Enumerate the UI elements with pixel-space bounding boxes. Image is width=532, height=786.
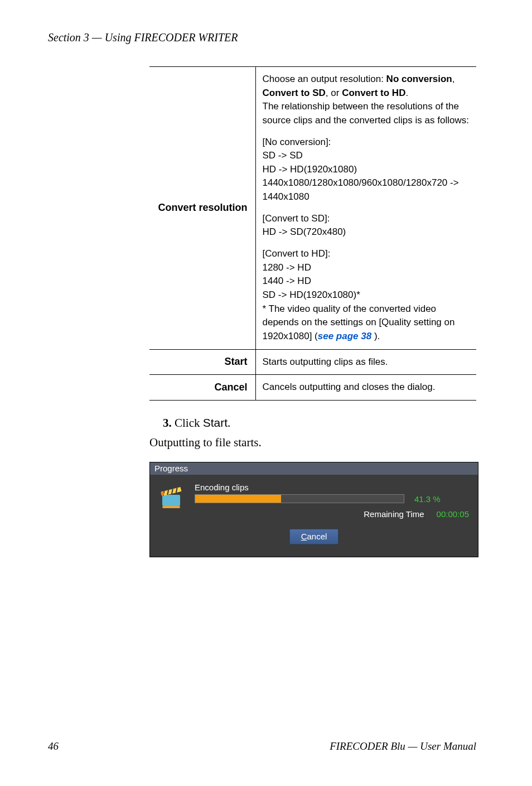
- progress-bar: [195, 494, 404, 503]
- cancel-button[interactable]: Cancel: [289, 529, 339, 544]
- progress-bar-fill: [195, 495, 281, 503]
- dialog-title: Progress: [150, 462, 478, 475]
- section-title: Section 3 — Using FIRECODER WRITER: [48, 31, 238, 44]
- row-desc-start: Starts outputting clips as files.: [255, 349, 476, 375]
- page-footer: 46 FIRECODER Blu — User Manual: [48, 740, 476, 753]
- remaining-time: 00:00:05: [437, 509, 469, 519]
- table-row: Convert resolution Choose an output reso…: [149, 67, 476, 350]
- row-desc-cancel: Cancels outputting and closes the dialog…: [255, 375, 476, 401]
- svg-rect-0: [162, 495, 180, 506]
- outputting-text: Outputting to file starts.: [149, 436, 476, 450]
- progress-percent: 41.3 %: [414, 494, 441, 504]
- table-row: Start Starts outputting clips as files.: [149, 349, 476, 375]
- settings-table: Convert resolution Choose an output reso…: [149, 66, 476, 401]
- page-link[interactable]: see page 38: [318, 331, 371, 341]
- remaining-label: Remaining Time: [364, 509, 424, 519]
- encoding-label: Encoding clips: [195, 483, 469, 492]
- page-header: Section 3 — Using FIRECODER WRITER: [0, 31, 532, 44]
- row-label-cancel: Cancel: [149, 375, 255, 401]
- progress-dialog: Progress Encoding clips: [149, 462, 478, 557]
- row-label-start: Start: [149, 349, 255, 375]
- page-number: 46: [48, 740, 59, 753]
- dialog-body: Encoding clips 41.3 % Remaining Time 00:…: [150, 475, 478, 523]
- row-desc-convert: Choose an output resolution: No conversi…: [255, 67, 476, 350]
- progress-main: Encoding clips 41.3 % Remaining Time 00:…: [195, 483, 469, 519]
- svg-rect-7: [162, 506, 180, 508]
- page-content: Convert resolution Choose an output reso…: [0, 44, 532, 557]
- row-label-convert: Convert resolution: [149, 67, 255, 350]
- footer-right: FIRECODER Blu — User Manual: [330, 740, 476, 753]
- step-3: 3. Click Start.: [163, 416, 476, 430]
- clapper-icon: [159, 484, 185, 509]
- dialog-footer: Cancel: [150, 523, 478, 557]
- table-row: Cancel Cancels outputting and closes the…: [149, 375, 476, 401]
